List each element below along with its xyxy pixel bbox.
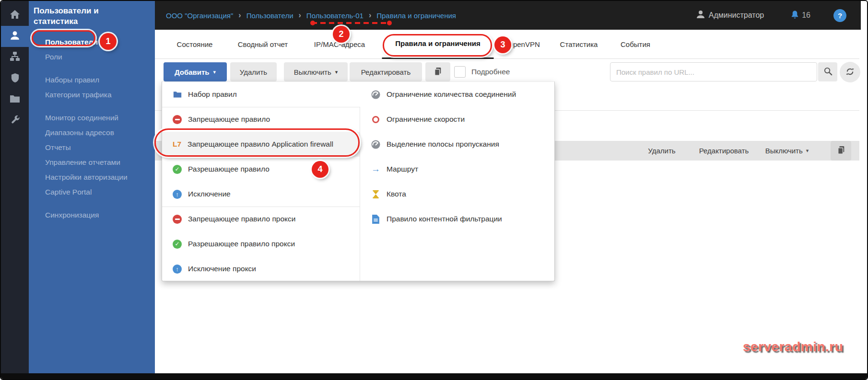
details-checkbox[interactable] [454,66,466,78]
menu-item-connection-limit[interactable]: Ограничение количества соединений [360,82,554,107]
content-filter-document-icon [371,215,380,224]
allow-icon [173,240,182,249]
menu-column-right: Ограничение количества соединений Ограни… [360,82,554,231]
caret-down-icon: ▾ [335,69,338,75]
gauge-icon [371,90,380,99]
tab-openvpn[interactable]: OpenVPN [507,30,540,59]
sidebar-item-auth-settings[interactable]: Настройки авторизации [29,170,155,184]
row-delete-button[interactable]: Удалить [640,141,683,161]
allow-icon [173,165,182,174]
topbar: ООО "Организация" › Пользователи › Польз… [155,1,861,30]
notification-count: 16 [802,11,810,20]
help-button[interactable]: ? [833,9,846,22]
menu-item-deny-rule[interactable]: Запрещающее правило [162,107,360,132]
sidebar-item-address-ranges[interactable]: Диапазоны адресов [29,125,155,140]
users-icon [10,30,20,43]
tab-rules-restrictions[interactable]: Правила и ограничения [382,30,494,59]
caret-down-icon: ▾ [806,141,809,161]
tab-ip-mac[interactable]: IP/MAC-адреса [314,30,365,59]
breadcrumb-users[interactable]: Пользователи [246,12,293,20]
sidebar-item-synchronization[interactable]: Синхронизация [29,207,155,222]
sidebar-item-traffic-categories[interactable]: Категории трафика [29,87,155,102]
tab-statistics[interactable]: Статистика [560,30,598,59]
speed-limit-icon [371,115,380,124]
add-button[interactable]: Добавить▾ [164,62,227,81]
gauge-icon [371,140,380,149]
frame-bottom-border [1,373,867,380]
menu-item-exception[interactable]: Исключение [162,182,360,207]
copy-button[interactable] [425,62,450,81]
sidebar-item-rule-sets[interactable]: Наборы правил [29,72,155,87]
edit-button[interactable]: Редактировать [350,62,422,81]
details-label: Подробнее [471,62,510,81]
add-dropdown-menu: Набор правил Запрещающее правило L7 Запр… [162,81,555,281]
sidebar-item-report-management[interactable]: Управление отчетами [29,155,155,170]
chevron-right-icon: › [299,11,301,20]
breadcrumb-rules[interactable]: Правила и ограничения [376,12,456,20]
menu-item-l7-deny-rule[interactable]: L7 Запрещающее правило Application firew… [162,132,360,157]
rail-structure-button[interactable] [1,47,29,68]
menu-item-allow-proxy-rule[interactable]: Разрешающее правило прокси [162,231,360,256]
search-input[interactable] [610,62,817,81]
main-content: Состояние Сводный отчет IP/MAC-адреса Пр… [155,30,859,373]
chevron-right-icon: › [238,11,241,20]
menu-item-deny-proxy-rule[interactable]: Запрещающее правило прокси [162,207,360,231]
menu-item-rule-set[interactable]: Набор правил [162,82,360,107]
breadcrumb: ООО "Организация" › Пользователи › Польз… [155,11,456,20]
structure-icon [10,51,20,64]
menu-item-speed-limit[interactable]: Ограничение скорости [360,107,554,132]
sidebar-item-reports[interactable]: Отчеты [29,140,155,155]
sidebar-item-captive-portal[interactable]: Captive Portal [29,184,155,199]
rail-tools-button[interactable] [1,110,29,131]
tab-status[interactable]: Состояние [177,30,213,59]
tab-bar: Состояние Сводный отчет IP/MAC-адреса Пр… [155,30,859,59]
search-button[interactable] [818,62,837,81]
menu-item-content-filter-rule[interactable]: Правило контентной фильтрации [360,207,554,231]
rail-folder-button[interactable] [1,89,29,110]
sidebar-item-users[interactable]: Пользователи [29,35,155,49]
sidebar: Пользователи и статистика Пользователи Р… [29,1,155,373]
breadcrumb-user-01[interactable]: Пользователь-01 [306,12,364,20]
menu-item-quota[interactable]: Квота [360,182,554,207]
tab-summary-report[interactable]: Сводный отчет [238,30,288,59]
notifications-button[interactable]: 16 [790,10,810,21]
home-icon [10,9,20,22]
current-user[interactable]: Администратор [709,11,764,20]
menu-item-bandwidth-allocation[interactable]: Выделение полосы пропускания [360,132,554,157]
row-disable-button[interactable]: Выключить▾ [760,141,814,161]
row-edit-button[interactable]: Редактировать [694,141,754,161]
search-icon [823,67,833,77]
row-copy-button[interactable] [831,141,851,161]
exception-icon [173,265,182,274]
copy-icon [434,67,442,77]
question-icon: ? [838,12,842,20]
quota-hourglass-icon [371,190,380,199]
delete-button[interactable]: Удалить [230,62,277,81]
wrench-icon [10,115,20,127]
sidebar-item-connection-monitor[interactable]: Монитор соединений [29,110,155,125]
bell-icon [790,10,799,21]
topbar-right: Администратор 16 ? [696,9,861,22]
menu-item-allow-rule[interactable]: Разрешающее правило [162,157,360,182]
folder-icon [173,90,182,99]
tab-events[interactable]: События [621,30,650,59]
route-arrow-icon: → [371,165,380,174]
rail-shield-button[interactable] [1,68,29,89]
app-window: Пользователи и статистика Пользователи Р… [0,0,868,380]
refresh-button[interactable] [840,62,860,82]
copy-icon [837,146,845,156]
disable-button[interactable]: Выключить▾ [284,62,348,81]
deny-icon [173,115,182,124]
sidebar-item-roles[interactable]: Роли [29,49,155,64]
refresh-icon [845,67,855,78]
rail-home-button[interactable] [1,5,29,26]
menu-column-left: Набор правил Запрещающее правило L7 Запр… [162,82,360,281]
menu-item-proxy-exception[interactable]: Исключение прокси [162,256,360,281]
breadcrumb-organization[interactable]: ООО "Организация" [166,12,233,20]
rail-users-button[interactable] [1,26,29,47]
chevron-right-icon: › [369,11,371,20]
menu-item-route[interactable]: → Маршрут [360,157,554,182]
folder-icon [10,93,20,106]
exception-icon [173,190,182,199]
icon-rail [1,1,29,373]
